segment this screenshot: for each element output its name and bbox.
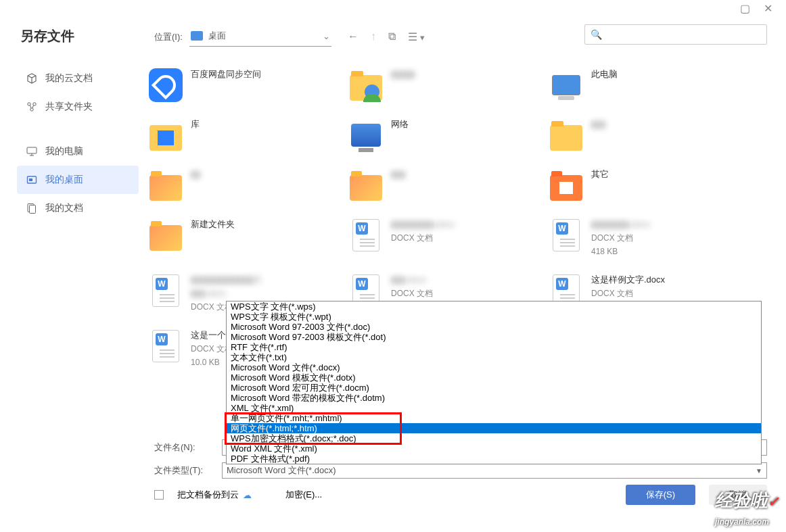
file-name: 此电脑 <box>591 68 618 80</box>
file-name: 新建文件夹 <box>191 218 235 231</box>
file-type-option[interactable]: WPS加密文档格式(*.docx;*.doc) <box>227 433 761 443</box>
file-item[interactable]: ▮▮▮▮▮ <box>348 64 548 114</box>
cloud-icon: ☁ <box>243 490 252 500</box>
location-bar: 位置(I): 桌面 ⌄ ← ↑ ⧉ ☰ ▾ <box>154 27 425 47</box>
file-name: ▮▮▮ <box>391 168 405 180</box>
sidebar-item-desktop[interactable]: 我的桌面 <box>17 166 139 194</box>
file-type-option[interactable]: WPS文字 文件(*.wps) <box>227 301 761 312</box>
file-name: ▮▮ <box>191 168 200 180</box>
file-item[interactable]: ▮▮▮▮▮▮▮▮▮.docxDOCX 文档 <box>348 214 548 270</box>
file-icon <box>349 68 383 102</box>
file-icon <box>149 329 183 363</box>
file-item[interactable]: 此电脑 <box>548 64 748 114</box>
sidebar-item-label: 我的云文档 <box>45 72 93 84</box>
up-icon: ↑ <box>371 30 376 43</box>
chevron-down-icon: ⌄ <box>323 31 330 41</box>
back-icon[interactable]: ← <box>348 30 359 43</box>
dialog-title: 另存文件 <box>20 27 74 45</box>
svg-rect-7 <box>30 205 36 214</box>
file-item[interactable]: 百度网盘同步空间 <box>147 64 348 114</box>
backup-checkbox[interactable] <box>154 490 164 500</box>
watermark: 经验啦✓ jingyanla.com <box>715 489 779 528</box>
file-type-option[interactable]: 文本文件(*.txt) <box>227 352 761 362</box>
file-type-option[interactable]: RTF 文件(*.rtf) <box>227 342 761 352</box>
file-icon <box>349 218 383 252</box>
location-label: 位置(I): <box>154 31 183 43</box>
sidebar-item-label: 我的电脑 <box>45 145 83 158</box>
file-name: ▮▮▮▮▮▮▮▮▮▮▮▮▮的 <box>191 274 261 286</box>
maximize-icon[interactable]: ▢ <box>740 2 750 15</box>
file-icon <box>149 118 183 152</box>
file-item[interactable]: 新建文件夹 <box>147 214 348 270</box>
file-item[interactable]: ▮▮ <box>147 164 348 214</box>
file-size: 418 KB <box>591 245 650 258</box>
file-icon <box>549 218 583 252</box>
file-name: ▮▮▮▮▮▮▮▮.docx <box>591 218 650 231</box>
file-meta: DOCX 文档 <box>391 232 455 244</box>
file-item[interactable]: ▮▮▮▮▮▮▮▮.docxDOCX 文档418 KB <box>548 214 748 270</box>
desktop-icon <box>191 31 203 41</box>
filetype-value: Microsoft Word 文件(*.docx) <box>227 464 336 477</box>
file-type-option[interactable]: 单一网页文件(*.mht;*.mhtml) <box>227 413 761 423</box>
file-icon <box>349 118 383 152</box>
view-icon[interactable]: ☰ ▾ <box>408 30 425 43</box>
close-icon[interactable]: ✕ <box>764 2 772 15</box>
encrypt-link[interactable]: 加密(E)... <box>285 489 322 501</box>
search-icon: 🔍 <box>591 29 602 40</box>
sidebar-item-shared[interactable]: 共享文件夹 <box>17 93 139 121</box>
file-meta: DOCX 文档 <box>391 287 433 299</box>
sidebar-item-label: 我的桌面 <box>45 174 83 186</box>
file-type-option[interactable]: WPS文字 模板文件(*.wpt) <box>227 312 761 322</box>
new-folder-icon[interactable]: ⧉ <box>388 30 396 43</box>
chevron-down-icon: ▼ <box>756 467 762 475</box>
file-type-option[interactable]: Microsoft Word 97-2003 文件(*.doc) <box>227 322 761 332</box>
file-item[interactable]: ▮▮▮ <box>548 114 748 164</box>
file-type-option[interactable]: PDF 文件格式(*.pdf) <box>227 454 761 464</box>
file-type-dropdown[interactable]: WPS文字 文件(*.wps)WPS文字 模板文件(*.wpt)Microsof… <box>226 301 762 464</box>
file-name: 网络 <box>391 118 409 130</box>
search-field[interactable] <box>606 30 761 40</box>
file-type-option[interactable]: Microsoft Word 宏可用文件(*.docm) <box>227 383 761 393</box>
file-item[interactable]: 其它 <box>548 164 748 214</box>
file-item[interactable]: 网络 <box>348 114 548 164</box>
dialog-footer: 把文档备份到云 ☁ 加密(E)... 保存(S) 取消 <box>154 485 767 505</box>
sidebar-item-cloud-docs[interactable]: 我的云文档 <box>17 64 139 93</box>
sidebar-item-my-docs[interactable]: 我的文档 <box>17 194 139 222</box>
file-type-option[interactable]: XML 文件(*.xml) <box>227 403 761 413</box>
svg-rect-3 <box>27 147 37 153</box>
sidebar-item-my-pc[interactable]: 我的电脑 <box>17 137 139 166</box>
file-icon <box>549 118 583 152</box>
location-select[interactable]: 桌面 ⌄ <box>189 27 331 47</box>
file-type-option[interactable]: Microsoft Word 带宏的模板文件(*.dotm) <box>227 393 761 403</box>
file-item[interactable]: 库 <box>147 114 348 164</box>
sidebar: 我的云文档 共享文件夹 我的电脑 我的桌面 我的文档 <box>17 64 139 222</box>
file-type-option[interactable]: 网页文件(*.html;*.htm) <box>227 423 761 433</box>
filename-label: 文件名(N): <box>154 441 215 454</box>
file-name: 这是样例文字.docx <box>591 274 665 286</box>
file-icon <box>149 68 183 102</box>
file-type-option[interactable]: Microsoft Word 模板文件(*.dotx) <box>227 372 761 383</box>
monitor-icon <box>26 146 37 157</box>
backup-label: 把文档备份到云 <box>177 489 239 501</box>
search-input[interactable]: 🔍 <box>584 24 767 45</box>
window-controls: ▢ ✕ <box>726 0 786 16</box>
save-button[interactable]: 保存(S) <box>626 485 695 505</box>
file-meta: DOCX 文档 <box>591 287 665 299</box>
share-icon <box>26 101 37 112</box>
file-name: ▮▮▮▮▮▮▮▮▮.docx <box>391 218 455 231</box>
file-icon <box>149 274 183 308</box>
doc-icon <box>26 203 37 214</box>
file-icon <box>549 68 583 102</box>
file-name: 百度网盘同步空间 <box>191 68 261 80</box>
file-name: 其它 <box>591 168 609 180</box>
file-item[interactable]: ▮▮▮ <box>348 164 548 214</box>
file-type-option[interactable]: Microsoft Word 文件(*.docx) <box>227 362 761 372</box>
file-type-option[interactable]: Microsoft Word 97-2003 模板文件(*.dot) <box>227 332 761 342</box>
rect-icon <box>26 174 37 185</box>
location-value: 桌面 <box>208 30 317 42</box>
file-type-option[interactable]: Word XML 文件(*.xml) <box>227 443 761 454</box>
file-name: ▮▮▮▮▮ <box>391 68 415 80</box>
filetype-select[interactable]: Microsoft Word 文件(*.docx) ▼ <box>222 462 767 479</box>
file-name: 库 <box>191 118 200 130</box>
svg-point-2 <box>30 108 33 111</box>
